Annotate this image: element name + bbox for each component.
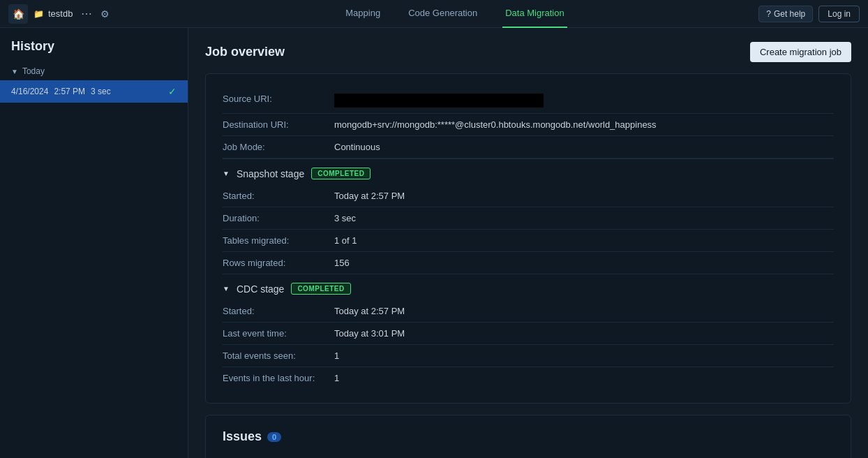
nav-mapping[interactable]: Mapping	[343, 0, 383, 28]
login-button[interactable]: Log in	[818, 6, 860, 22]
source-uri-row: Source URI:	[223, 88, 834, 114]
history-time: 2:57 PM	[54, 87, 85, 96]
db-name: testdb	[48, 8, 73, 19]
snapshot-started-row: Started: Today at 2:57 PM	[223, 185, 834, 207]
issues-count-badge: 0	[267, 432, 281, 442]
main-layout: History ▼ Today 4/16/2024 2:57 PM 3 sec …	[0, 28, 868, 458]
cdc-started-row: Started: Today at 2:57 PM	[223, 300, 834, 323]
create-migration-job-button[interactable]: Create migration job	[750, 42, 851, 62]
cdc-events-last-hour-label: Events in the last hour:	[223, 373, 334, 383]
cdc-started-value: Today at 2:57 PM	[334, 306, 834, 316]
cdc-stage-header[interactable]: ▼ CDC stage COMPLETED	[223, 274, 834, 300]
folder-icon: 📁	[33, 9, 44, 19]
job-overview-header: Job overview Create migration job	[205, 42, 851, 62]
content-area: Job overview Create migration job Source…	[188, 28, 868, 458]
issues-header: Issues 0	[223, 429, 834, 444]
cdc-last-event-label: Last event time:	[223, 328, 334, 339]
cdc-stage-label: CDC stage	[237, 283, 284, 295]
source-uri-label: Source URI:	[223, 94, 334, 104]
help-label: Get help	[774, 9, 805, 19]
topbar: 🏠 📁 testdb ⋯ ⚙ Mapping Code Generation D…	[0, 0, 868, 28]
snapshot-status-badge: COMPLETED	[311, 168, 371, 179]
history-item[interactable]: 4/16/2024 2:57 PM 3 sec ✓	[0, 80, 188, 103]
check-icon: ✓	[168, 86, 177, 97]
snapshot-stage-header[interactable]: ▼ Snapshot stage COMPLETED	[223, 159, 834, 185]
snapshot-chevron-icon: ▼	[223, 170, 230, 177]
destination-uri-value: mongodb+srv://mongodb:*****@cluster0.hbt…	[334, 119, 834, 130]
snapshot-duration-label: Duration:	[223, 213, 334, 223]
snapshot-tables-value: 1 of 1	[334, 235, 834, 246]
snapshot-stage-label: Snapshot stage	[237, 168, 304, 179]
sidebar-title: History	[0, 39, 188, 62]
cdc-chevron-icon: ▼	[223, 285, 230, 293]
cdc-events-last-hour-row: Events in the last hour: 1	[223, 367, 834, 389]
more-options-button[interactable]: ⋯	[78, 7, 95, 20]
cdc-started-label: Started:	[223, 306, 334, 316]
snapshot-duration-row: Duration: 3 sec	[223, 207, 834, 230]
help-button[interactable]: ? Get help	[758, 6, 813, 22]
snapshot-tables-label: Tables migrated:	[223, 235, 334, 246]
snapshot-started-label: Started:	[223, 191, 334, 201]
question-icon: ?	[766, 9, 771, 19]
settings-button[interactable]: ⚙	[100, 8, 110, 20]
cdc-total-events-label: Total events seen:	[223, 350, 334, 361]
job-mode-row: Job Mode: Continuous	[223, 136, 834, 158]
issues-card: Issues 0 No issues	[205, 415, 851, 458]
destination-uri-label: Destination URI:	[223, 119, 334, 130]
snapshot-started-value: Today at 2:57 PM	[334, 191, 834, 201]
cdc-status-badge: COMPLETED	[291, 283, 350, 295]
cdc-last-event-row: Last event time: Today at 3:01 PM	[223, 323, 834, 345]
job-overview-card: Source URI: Destination URI: mongodb+srv…	[205, 73, 851, 404]
snapshot-rows-label: Rows migrated:	[223, 258, 334, 268]
db-label: 📁 testdb	[33, 8, 73, 19]
today-label: Today	[22, 66, 45, 76]
source-uri-value	[334, 94, 544, 108]
destination-uri-row: Destination URI: mongodb+srv://mongodb:*…	[223, 114, 834, 136]
topbar-left: 🏠 📁 testdb ⋯ ⚙	[8, 4, 190, 24]
snapshot-rows-row: Rows migrated: 156	[223, 252, 834, 274]
issues-title: Issues	[223, 429, 262, 444]
nav-code-generation[interactable]: Code Generation	[405, 0, 480, 28]
job-mode-label: Job Mode:	[223, 142, 334, 152]
home-button[interactable]: 🏠	[8, 4, 28, 24]
history-duration: 3 sec	[91, 87, 111, 96]
job-mode-value: Continuous	[334, 142, 834, 152]
job-overview-title: Job overview	[205, 45, 285, 59]
chevron-down-icon: ▼	[11, 68, 18, 75]
cdc-last-event-value: Today at 3:01 PM	[334, 328, 834, 339]
cdc-events-last-hour-value: 1	[334, 373, 834, 383]
snapshot-rows-value: 156	[334, 258, 834, 268]
snapshot-tables-row: Tables migrated: 1 of 1	[223, 230, 834, 252]
topbar-right: ? Get help Log in	[720, 6, 860, 22]
sidebar: History ▼ Today 4/16/2024 2:57 PM 3 sec …	[0, 28, 188, 458]
topbar-center: Mapping Code Generation Data Migration	[190, 0, 720, 28]
nav-data-migration[interactable]: Data Migration	[502, 0, 567, 28]
cdc-total-events-row: Total events seen: 1	[223, 345, 834, 367]
history-date: 4/16/2024	[11, 87, 48, 96]
today-section-header[interactable]: ▼ Today	[0, 62, 188, 80]
no-issues-message: No issues	[223, 452, 834, 458]
snapshot-duration-value: 3 sec	[334, 213, 834, 223]
cdc-total-events-value: 1	[334, 350, 834, 361]
